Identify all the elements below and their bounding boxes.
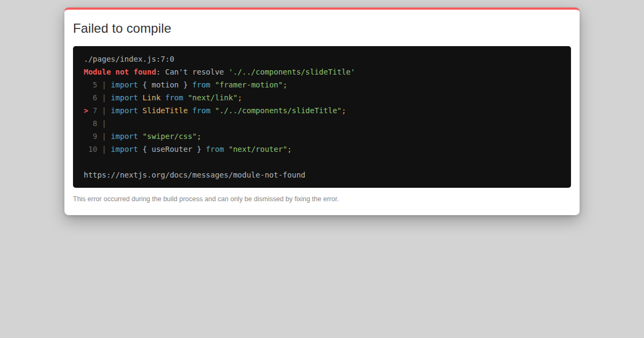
line-number-gutter: 5 |: [88, 80, 111, 89]
code-token-kw: import: [111, 145, 138, 153]
terminal-code-frame: ./pages/index.js:7:0 Module not found: C…: [73, 46, 571, 188]
page-background: { "palette": { "page_bg": "#d3d3d3", "ac…: [0, 0, 644, 338]
code-token-kw: from: [192, 80, 210, 89]
code-token-id: Link: [143, 93, 161, 102]
code-token-str: "swiper/css": [143, 132, 197, 141]
code-frame-lines: 5 | import { motion } from "framer-motio…: [84, 78, 560, 156]
code-token-plain: [210, 106, 215, 115]
code-token-plain: [183, 93, 187, 102]
code-line: > 7 | import SlideTitle from "./../compo…: [84, 104, 560, 117]
build-error-dialog: Failed to compile ./pages/index.js:7:0 M…: [64, 8, 580, 215]
code-token-kw: import: [111, 132, 138, 141]
error-message-line: Module not found: Can't resolve './../co…: [84, 65, 560, 78]
code-token-kw: import: [111, 93, 138, 102]
code-token-punct: ;: [342, 106, 346, 115]
code-token-str: "./../components/slideTitle": [215, 106, 342, 115]
code-token-kw: from: [192, 106, 210, 115]
code-token-punct: ;: [238, 93, 242, 102]
code-token-punct: ;: [197, 132, 201, 141]
code-token-punct: ;: [283, 80, 287, 89]
error-module-path: './../components/slideTitle': [229, 68, 355, 76]
code-token-plain: [138, 93, 142, 102]
code-line: 10 | import { useRouter } from "next/rou…: [84, 143, 560, 156]
footer-note: This error occurred during the build pro…: [73, 195, 571, 203]
code-token-str: "next/link": [188, 93, 238, 102]
error-message-text: : Can't resolve: [156, 68, 229, 76]
line-number-gutter: 10 |: [88, 145, 111, 153]
code-token-kw: import: [111, 80, 138, 89]
docs-link: https://nextjs.org/docs/messages/module-…: [84, 168, 560, 181]
code-token-plain: { useRouter }: [138, 145, 206, 153]
file-location-text: ./pages/index.js:7:0: [84, 55, 174, 63]
blank-line: [84, 156, 560, 168]
code-line: 6 | import Link from "next/link";: [84, 91, 560, 104]
code-token-id: SlideTitle: [143, 106, 188, 115]
code-line: 5 | import { motion } from "framer-motio…: [84, 78, 560, 91]
code-token-plain: [224, 145, 228, 153]
code-line: 9 | import "swiper/css";: [84, 130, 560, 143]
code-token-kw: from: [165, 93, 184, 102]
code-token-kw: import: [111, 106, 138, 115]
code-token-kw: from: [206, 145, 224, 153]
line-number-gutter: 7 |: [88, 106, 111, 115]
code-token-plain: [160, 93, 165, 102]
code-token-plain: { motion }: [138, 80, 192, 89]
code-token-plain: [138, 106, 142, 115]
code-token-punct: ;: [287, 145, 291, 153]
code-token-str: "next/router": [229, 145, 288, 153]
dialog-title: Failed to compile: [73, 21, 571, 36]
code-line: 8 |: [84, 117, 560, 130]
code-token-str: "framer-motion": [215, 80, 282, 89]
line-number-gutter: 9 |: [88, 132, 111, 141]
line-number-gutter: 6 |: [88, 93, 111, 102]
error-label: Module not found: [84, 68, 156, 76]
code-token-plain: [138, 132, 142, 141]
error-file-location: ./pages/index.js:7:0: [84, 53, 560, 65]
line-number-gutter: 8 |: [88, 119, 111, 128]
